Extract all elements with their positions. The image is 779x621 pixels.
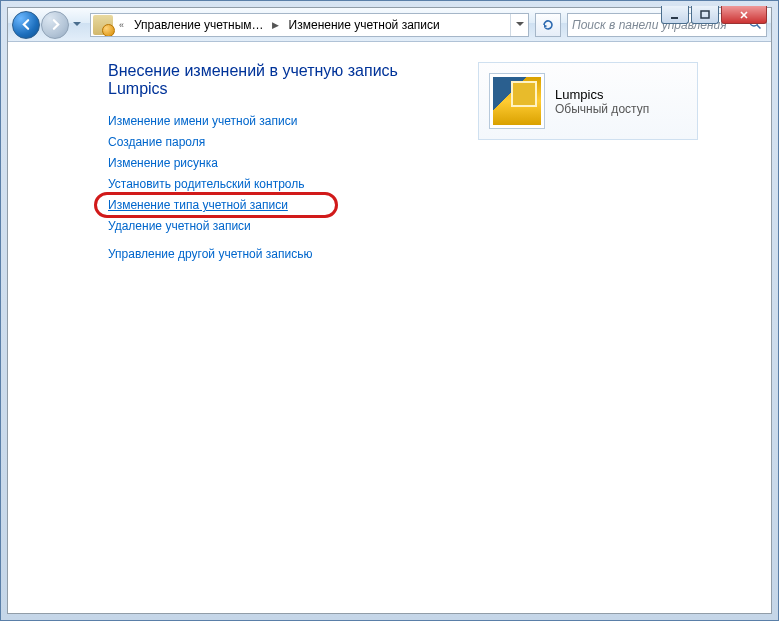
close-button[interactable] <box>721 6 767 24</box>
refresh-button[interactable] <box>535 13 561 37</box>
maximize-button[interactable] <box>691 6 719 24</box>
back-button[interactable] <box>12 11 40 39</box>
account-card: Lumpics Обычный доступ <box>478 62 698 140</box>
address-dropdown-icon[interactable] <box>510 14 528 36</box>
account-role: Обычный доступ <box>555 102 649 116</box>
breadcrumb-parent[interactable]: Управление учетным… <box>128 14 268 36</box>
address-bar[interactable]: « Управление учетным… ▶ Изменение учетно… <box>90 13 529 37</box>
link-change-account-type[interactable]: Изменение типа учетной записи <box>108 198 288 212</box>
window-controls <box>661 6 767 24</box>
control-panel-icon <box>93 15 113 35</box>
breadcrumb-label: Изменение учетной записи <box>289 18 440 32</box>
forward-button <box>41 11 69 39</box>
chevron-right-icon: ▶ <box>268 20 283 30</box>
account-name: Lumpics <box>555 87 649 102</box>
history-dropdown-icon[interactable] <box>70 15 84 35</box>
page-title: Внесение изменений в учетную запись Lump… <box>108 62 438 98</box>
breadcrumb-current[interactable]: Изменение учетной записи <box>283 14 444 36</box>
svg-rect-1 <box>701 11 709 18</box>
link-manage-other-account[interactable]: Управление другой учетной записью <box>108 247 438 261</box>
avatar-image <box>493 77 541 125</box>
link-create-password[interactable]: Создание пароля <box>108 135 438 149</box>
minimize-button[interactable] <box>661 6 689 24</box>
link-parental-control[interactable]: Установить родительский контроль <box>108 177 438 191</box>
chevron-left-icon: « <box>115 20 128 30</box>
link-delete-account[interactable]: Удаление учетной записи <box>108 219 438 233</box>
navigation-bar: « Управление учетным… ▶ Изменение учетно… <box>8 8 771 42</box>
link-change-picture[interactable]: Изменение рисунка <box>108 156 438 170</box>
breadcrumb-label: Управление учетным… <box>134 18 264 32</box>
svg-rect-0 <box>671 17 678 19</box>
avatar <box>489 73 545 129</box>
content-area: Внесение изменений в учетную запись Lump… <box>8 42 771 613</box>
link-change-name[interactable]: Изменение имени учетной записи <box>108 114 438 128</box>
